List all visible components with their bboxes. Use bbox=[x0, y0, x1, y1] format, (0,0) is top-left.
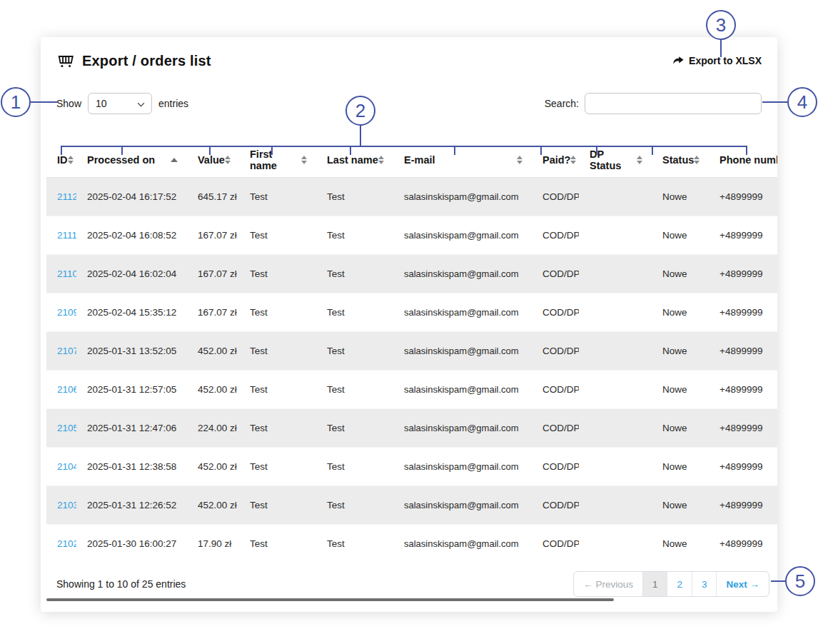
cell-value: 17.90 zł bbox=[187, 524, 239, 563]
order-id-link[interactable]: 2103 bbox=[57, 500, 76, 510]
cell-processed-on: 2025-01-31 12:38:58 bbox=[76, 447, 187, 485]
export-arrow-icon bbox=[672, 54, 685, 67]
order-id-link[interactable]: 2112 bbox=[57, 191, 76, 202]
table-row: 2106 2025-01-31 12:57:05 452.00 zł Test … bbox=[46, 370, 777, 408]
callout-2-tick bbox=[209, 146, 211, 155]
cell-dp-status bbox=[579, 177, 652, 216]
cell-processed-on: 2025-02-04 16:02:04 bbox=[76, 254, 187, 293]
cell-email: salasinskispam@gmail.com bbox=[393, 485, 532, 524]
cell-value: 167.07 zł bbox=[187, 216, 239, 254]
search-input[interactable] bbox=[585, 93, 762, 114]
callout-4-line bbox=[762, 101, 787, 103]
column-header-phone-number[interactable]: Phone number bbox=[709, 143, 777, 177]
order-id-link[interactable]: 2105 bbox=[57, 423, 76, 433]
callout-2-tick bbox=[350, 146, 351, 155]
cell-status: Nowe bbox=[652, 293, 709, 331]
cell-first-name: Test bbox=[239, 408, 316, 447]
cell-email: salasinskispam@gmail.com bbox=[393, 177, 532, 216]
cell-last-name: Test bbox=[316, 408, 393, 447]
pagination-page-1-current[interactable]: 1 bbox=[642, 572, 667, 596]
order-id-link[interactable]: 2109 bbox=[57, 307, 76, 318]
order-id-link[interactable]: 2110 bbox=[57, 268, 76, 279]
cell-email: salasinskispam@gmail.com bbox=[393, 408, 532, 447]
sort-both-icon bbox=[637, 156, 642, 164]
pagination: ← Previous 1 2 3 Next → bbox=[573, 571, 769, 597]
cell-dp-status bbox=[579, 254, 652, 293]
cell-status: Nowe bbox=[652, 524, 709, 563]
cell-value: 224.00 zł bbox=[187, 408, 239, 447]
cell-paid: COD/DP bbox=[532, 524, 579, 563]
cell-first-name: Test bbox=[239, 254, 316, 293]
callout-circle-3: 3 bbox=[706, 10, 736, 40]
cell-processed-on: 2025-01-31 12:47:06 bbox=[76, 408, 187, 447]
cell-last-name: Test bbox=[316, 485, 393, 524]
cell-email: salasinskispam@gmail.com bbox=[393, 370, 532, 408]
pagination-previous-button[interactable]: ← Previous bbox=[574, 572, 642, 596]
callout-5-line bbox=[771, 580, 785, 582]
cell-first-name: Test bbox=[239, 216, 316, 254]
search-label: Search: bbox=[545, 98, 579, 109]
cell-status: Nowe bbox=[652, 485, 709, 524]
column-header-value[interactable]: Value bbox=[187, 143, 239, 177]
cell-status: Nowe bbox=[652, 447, 709, 485]
sort-both-icon bbox=[378, 156, 384, 164]
table-scroll-area: ID Processed on Value First name bbox=[46, 143, 777, 563]
page-length-value: 10 bbox=[96, 98, 107, 109]
callout-circle-1: 1 bbox=[1, 87, 31, 117]
sort-asc-icon bbox=[171, 158, 178, 162]
column-header-status[interactable]: Status bbox=[652, 143, 709, 177]
cell-first-name: Test bbox=[239, 370, 316, 408]
column-header-email[interactable]: E-mail bbox=[393, 143, 532, 177]
cell-processed-on: 2025-02-04 15:35:12 bbox=[76, 293, 187, 331]
order-id-link[interactable]: 2104 bbox=[57, 461, 76, 472]
order-id-link[interactable]: 2102 bbox=[57, 538, 76, 549]
cell-value: 452.00 zł bbox=[187, 331, 239, 370]
column-header-dp-status[interactable]: DP Status bbox=[579, 143, 652, 177]
table-row: 2103 2025-01-31 12:26:52 452.00 zł Test … bbox=[46, 485, 777, 524]
order-id-link[interactable]: 2106 bbox=[57, 384, 76, 395]
callout-2-tick bbox=[271, 146, 273, 155]
cell-id: 2105 bbox=[46, 408, 76, 447]
cell-paid: COD/DP bbox=[532, 331, 579, 370]
cell-last-name: Test bbox=[316, 370, 393, 408]
pagination-next-button[interactable]: Next → bbox=[716, 572, 769, 596]
order-id-link[interactable]: 2107 bbox=[57, 346, 76, 356]
cell-phone: +4899999 bbox=[709, 370, 777, 408]
horizontal-scrollbar-thumb[interactable] bbox=[46, 598, 614, 601]
cell-email: salasinskispam@gmail.com bbox=[393, 254, 532, 293]
column-header-first-name[interactable]: First name bbox=[239, 143, 316, 177]
order-id-link[interactable]: 2111 bbox=[57, 230, 76, 241]
pagination-page-2[interactable]: 2 bbox=[667, 572, 692, 596]
table-row: 2109 2025-02-04 15:35:12 167.07 zł Test … bbox=[46, 293, 777, 331]
callout-circle-4: 4 bbox=[787, 87, 817, 117]
cell-dp-status bbox=[579, 216, 652, 254]
cell-id: 2107 bbox=[46, 331, 76, 370]
page-length-select[interactable]: 10 bbox=[88, 93, 152, 114]
column-header-processed-on[interactable]: Processed on bbox=[76, 143, 187, 177]
card-footer: Showing 1 to 10 of 25 entries ← Previous… bbox=[56, 571, 769, 597]
export-to-xlsx-button[interactable]: Export to XLSX bbox=[672, 54, 762, 67]
cell-paid: COD/DP bbox=[532, 447, 579, 485]
cell-dp-status bbox=[579, 485, 652, 524]
cell-phone: +4899999 bbox=[709, 331, 777, 370]
column-header-paid[interactable]: Paid? bbox=[532, 143, 579, 177]
cell-id: 2106 bbox=[46, 370, 76, 408]
callout-1-line bbox=[31, 101, 57, 103]
cell-dp-status bbox=[579, 408, 652, 447]
cell-phone: +4899999 bbox=[709, 524, 777, 563]
cell-last-name: Test bbox=[316, 524, 393, 563]
cell-paid: COD/DP bbox=[532, 408, 579, 447]
show-entries-group: Show 10 entries bbox=[56, 93, 188, 114]
table-row: 2105 2025-01-31 12:47:06 224.00 zł Test … bbox=[46, 408, 777, 447]
cell-last-name: Test bbox=[316, 216, 393, 254]
page: Export / orders list Export to XLSX Show… bbox=[0, 0, 818, 644]
cell-dp-status bbox=[579, 293, 652, 331]
table-header-row: ID Processed on Value First name bbox=[46, 143, 777, 177]
table-row: 2102 2025-01-30 16:00:27 17.90 zł Test T… bbox=[46, 524, 777, 563]
cell-dp-status bbox=[579, 447, 652, 485]
cell-last-name: Test bbox=[316, 254, 393, 293]
cell-id: 2112 bbox=[46, 177, 76, 216]
pagination-page-3[interactable]: 3 bbox=[692, 572, 717, 596]
callout-2-tick bbox=[596, 146, 597, 155]
column-header-last-name[interactable]: Last name bbox=[316, 143, 393, 177]
